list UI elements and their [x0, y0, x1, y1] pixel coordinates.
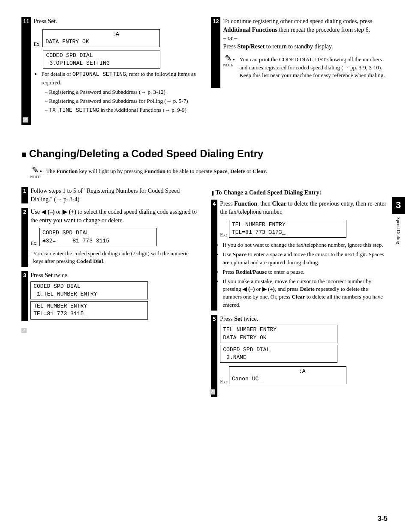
lcd-display: TEL NUMBER ENTRY TEL=81 773 3173_ — [229, 220, 346, 238]
lcd-example: Ex: :A Canon UC_ — [220, 365, 388, 386]
step-text: Press Set twice. — [30, 271, 198, 280]
lcd-display: :A DATA ENTRY OK — [42, 29, 160, 47]
pencil-note-icon: ✎ — [223, 54, 233, 63]
bullet-item: If you do not want to change the fax/tel… — [223, 241, 388, 249]
example-label: Ex: — [220, 231, 227, 239]
bullet-item: If you make a mistake, move the cursor t… — [223, 278, 388, 309]
step-3: 3 Press Set twice. CODED SPD DIAL 1.TEL … — [21, 271, 198, 321]
note-label: NOTE — [30, 174, 40, 180]
lcd-example: Ex: :A DATA ENTRY OK — [33, 27, 198, 49]
note-item: The Function key will light up by pressi… — [46, 167, 267, 175]
dash-item: – TX TIME SETTING in the Additional Func… — [45, 106, 198, 114]
bullet-item: For details of OPTIONAL SETTING, refer t… — [41, 70, 198, 86]
or-separator: – or – — [223, 34, 388, 42]
step-text: Press Stop/Reset to return to standby di… — [223, 42, 388, 51]
bullet-list: If you do not want to change the fax/tel… — [223, 241, 388, 309]
lcd-display: TEL NUMBER ENTRY TEL=81 773 3115_ — [30, 301, 148, 319]
continue-icon — [21, 328, 27, 333]
note-icon-wrap: ✎ NOTE — [223, 54, 233, 68]
step-text: Follow steps 1 to 5 of "Registering Numb… — [30, 187, 198, 203]
step-number: 12 — [211, 17, 220, 88]
example-label: Ex: — [30, 240, 38, 248]
bullet-list: You can enter the coded speed dialing co… — [33, 250, 198, 265]
step-4: 4 Press Function, then Clear to delete t… — [211, 200, 388, 311]
note-block: ✎ NOTE The Function key will light up by… — [30, 166, 388, 180]
step-text: Press Function, then Clear to delete the… — [220, 200, 388, 216]
step-number: 1 — [21, 187, 28, 203]
pencil-note-icon: ✎ — [30, 166, 40, 174]
note-label: NOTE — [223, 63, 233, 68]
lcd-example: Ex: CODED SPD DIAL ✱32= 81 773 3115 — [30, 226, 198, 248]
note-icon-wrap: ✎ NOTE — [30, 166, 40, 180]
lcd-example: Ex: TEL NUMBER ENTRY TEL=81 773 3173_ — [220, 218, 388, 239]
lcd-display: CODED SPD DIAL ✱32= 81 773 3115 — [39, 228, 157, 246]
sub-heading: To Change a Coded Speed Dialing Entry: — [211, 188, 388, 197]
chapter-tab: 3 Speed Dialing — [392, 197, 405, 244]
step-5: 5 Press Set twice. TEL NUMBER ENTRY DATA… — [211, 315, 388, 397]
bullet-item: You can enter the coded speed dialing co… — [33, 250, 198, 265]
dash-item: – Registering a Password and Subaddress … — [45, 97, 198, 105]
bullet-item: Use Space to enter a space and move the … — [223, 251, 388, 266]
chapter-number: 3 — [392, 197, 405, 214]
example-label: Ex: — [220, 378, 227, 386]
lcd-display: CODED SPD DIAL 3.OPTIONAL SETTING — [43, 51, 160, 69]
chapter-title: Speed Dialing — [395, 214, 401, 244]
lcd-display: :A Canon UC_ — [229, 366, 346, 384]
step-text: Press Set twice. — [220, 315, 388, 323]
bullet-list: For details of OPTIONAL SETTING, refer t… — [41, 70, 198, 86]
continue-icon — [23, 117, 28, 123]
note-item: You can print the CODED DIAL LIST showin… — [239, 56, 388, 79]
note-block: ✎ NOTE You can print the CODED DIAL LIST… — [223, 54, 388, 81]
step-number: 3 — [21, 271, 28, 321]
step-text: To continue registering other coded spee… — [223, 17, 388, 34]
lcd-display: CODED SPD DIAL 1.TEL NUMBER ENTRY — [30, 281, 148, 299]
note-list: You can print the CODED DIAL LIST showin… — [239, 56, 388, 81]
dash-list: – Registering a Password and Subaddress … — [45, 88, 198, 115]
lcd-display: CODED SPD DIAL 2.NAME — [220, 345, 337, 363]
step-number: 5 — [211, 315, 217, 397]
section-heading: Changing/Deleting a Coded Speed Dialing … — [21, 146, 388, 161]
continue-icon — [210, 389, 215, 395]
step-text: Press Set. — [33, 18, 57, 24]
note-list: The Function key will light up by pressi… — [46, 167, 267, 177]
step-number: 2 — [21, 208, 28, 267]
lcd-display: TEL NUMBER ENTRY DATA ENTRY OK — [220, 325, 337, 343]
step-text: Use ◀ (–) or ▶ (+) to select the coded s… — [30, 208, 198, 224]
step-1: 1 Follow steps 1 to 5 of "Registering Nu… — [21, 187, 198, 203]
step-number: 11 — [21, 17, 31, 125]
step-2: 2 Use ◀ (–) or ▶ (+) to select the coded… — [21, 208, 198, 267]
step-12: 12 To continue registering other coded s… — [211, 17, 388, 88]
example-label: Ex: — [33, 41, 41, 49]
step-11: 11 Press Set. Ex: :A DATA ENTRY OK CODED… — [21, 17, 198, 125]
dash-item: – Registering a Password and Subaddress … — [45, 88, 198, 96]
bullet-item: Press Redial/Pause to enter a pause. — [223, 268, 388, 276]
